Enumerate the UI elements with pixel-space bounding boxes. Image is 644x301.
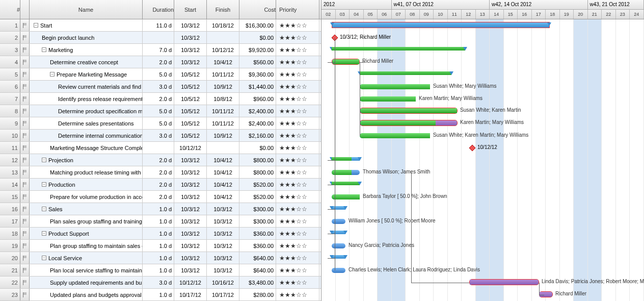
day-header[interactable]: 05 — [364, 10, 378, 19]
task-name-cell[interactable]: −Start — [30, 19, 143, 31]
task-name-cell[interactable]: Updated plans and budgets approval — [30, 289, 143, 300]
start-cell[interactable]: 10/3/12 — [174, 203, 207, 215]
gantt-row[interactable]: 10/12/12 — [321, 142, 644, 154]
col-header-duration[interactable]: Duration — [143, 0, 174, 19]
cost-cell[interactable]: $3,480.00 — [239, 277, 276, 288]
gantt-row[interactable] — [321, 203, 644, 215]
col-header-finish[interactable]: Finish — [207, 0, 239, 19]
table-row[interactable]: 20−Local Service1.0 d10/3/1210/3/12$640.… — [0, 252, 321, 264]
task-name-cell[interactable]: −Sales — [30, 203, 143, 215]
cost-cell[interactable]: $640.00 — [239, 252, 276, 264]
task-bar[interactable]: Karen Martin; Mary Williams — [360, 96, 416, 102]
task-name-cell[interactable]: Identify press release requirements — [30, 93, 143, 105]
duration-cell[interactable]: 5.0 d — [143, 68, 174, 80]
day-header[interactable]: 16 — [518, 10, 532, 19]
day-header[interactable]: 04 — [350, 10, 364, 19]
task-name-cell[interactable]: −Product Support — [30, 228, 143, 239]
gantt-row[interactable]: Charles Lewis; Helen Clark; Laura Rodrig… — [321, 264, 644, 277]
gantt-row[interactable] — [321, 179, 644, 191]
gantt-body[interactable]: 10/3/12; Richard MillerRichard MillerSus… — [321, 19, 644, 301]
priority-cell[interactable]: ★★★☆☆ — [276, 203, 319, 215]
week-header[interactable]: 2012 — [321, 0, 392, 9]
start-cell[interactable]: 10/3/12 — [174, 32, 207, 43]
day-header[interactable]: 24 — [630, 10, 644, 19]
week-header[interactable]: w41, 07 Oct 2012 — [392, 0, 490, 9]
cost-cell[interactable]: $640.00 — [239, 264, 276, 276]
task-name-cell[interactable]: −Prepare Marketing Message — [30, 68, 143, 80]
start-cell[interactable]: 10/5/12 — [174, 130, 207, 141]
row-flag[interactable] — [20, 228, 30, 239]
finish-cell[interactable]: 10/17/12 — [207, 289, 239, 300]
start-cell[interactable]: 10/5/12 — [174, 105, 207, 117]
finish-cell[interactable]: 10/3/12 — [207, 252, 239, 264]
task-bar[interactable]: William Jones [ 50.0 %]; Robert Moore — [332, 219, 345, 224]
day-header[interactable]: 13 — [476, 10, 490, 19]
day-header[interactable]: 14 — [490, 10, 504, 19]
duration-cell[interactable]: 1.0 d — [143, 252, 174, 264]
start-cell[interactable]: 10/3/12 — [174, 19, 207, 31]
outline-toggle[interactable]: − — [34, 23, 38, 28]
finish-cell[interactable]: 10/3/12 — [207, 264, 239, 276]
day-header[interactable]: 18 — [546, 10, 560, 19]
priority-cell[interactable]: ★★★☆☆ — [276, 130, 319, 141]
gantt-row[interactable]: Susan White; Mary Williams — [321, 81, 644, 93]
summary-bar[interactable] — [332, 157, 360, 161]
task-bar[interactable]: Susan White; Karen Martin — [360, 108, 458, 114]
priority-cell[interactable]: ★★★☆☆ — [276, 81, 319, 92]
col-header-priority[interactable]: Priority — [276, 0, 319, 19]
table-row[interactable]: 9Determine sales presentations5.0 d10/5/… — [0, 117, 321, 130]
duration-cell[interactable]: 1.0 d — [143, 264, 174, 276]
task-bar[interactable]: Linda Davis; Patricia Jones; Robert Moor… — [469, 279, 539, 285]
priority-cell[interactable]: ★★★☆☆ — [276, 191, 319, 203]
duration-cell[interactable]: 1.0 d — [143, 240, 174, 252]
finish-cell[interactable]: 10/11/12 — [207, 105, 239, 117]
gantt-row[interactable]: William Jones [ 50.0 %]; Robert Moore — [321, 215, 644, 228]
finish-cell[interactable]: 10/9/12 — [207, 130, 239, 141]
task-name-cell[interactable]: −Projection — [30, 154, 143, 166]
cost-cell[interactable]: $9,920.00 — [239, 44, 276, 56]
start-cell[interactable]: 10/3/12 — [174, 191, 207, 203]
row-flag[interactable] — [20, 81, 30, 92]
row-flag[interactable] — [20, 117, 30, 129]
start-cell[interactable]: 10/5/12 — [174, 93, 207, 105]
duration-cell[interactable]: 2.0 d — [143, 179, 174, 190]
row-flag[interactable] — [20, 179, 30, 190]
cost-cell[interactable]: $300.00 — [239, 203, 276, 215]
task-name-cell[interactable]: Determine sales presentations — [30, 117, 143, 129]
finish-cell[interactable]: 10/3/12 — [207, 215, 239, 227]
row-flag[interactable] — [20, 32, 30, 43]
row-flag[interactable] — [20, 44, 30, 56]
gantt-row[interactable] — [321, 252, 644, 264]
task-name-cell[interactable]: Marketing Message Structure Complete — [30, 142, 143, 154]
table-row[interactable]: 21Plan local service staffing to maintai… — [0, 264, 321, 277]
table-row[interactable]: 2Begin product launch10/3/12$0.00★★★☆☆ — [0, 32, 321, 44]
task-bar[interactable]: Karen Martin; Mary Williams — [360, 120, 458, 126]
task-bar[interactable]: Richard Miller — [332, 59, 360, 65]
task-name-cell[interactable]: Supply updated requirements and budgets … — [30, 277, 143, 288]
duration-cell[interactable]: 2.0 d — [143, 56, 174, 68]
finish-cell[interactable]: 10/16/12 — [207, 277, 239, 288]
day-header[interactable]: 19 — [560, 10, 574, 19]
task-bar[interactable]: Susan White; Mary Williams — [360, 84, 430, 89]
gantt-row[interactable]: Barbara Taylor [ 50.0 %]; John Brown — [321, 191, 644, 203]
table-row[interactable]: 5−Prepare Marketing Message5.0 d10/5/121… — [0, 68, 321, 81]
finish-cell[interactable]: 10/4/12 — [207, 56, 239, 68]
task-bar[interactable]: Charles Lewis; Helen Clark; Laura Rodrig… — [332, 268, 345, 273]
gantt-row[interactable]: Susan White; Karen Martin — [321, 105, 644, 117]
task-name-cell[interactable]: −Local Service — [30, 252, 143, 264]
milestone-icon[interactable] — [469, 145, 475, 151]
day-header[interactable]: 03 — [336, 10, 350, 19]
task-name-cell[interactable]: −Marketing — [30, 44, 143, 56]
priority-cell[interactable]: ★★★☆☆ — [276, 154, 319, 166]
day-header[interactable]: 10 — [434, 10, 448, 19]
cost-cell[interactable]: $2,400.00 — [239, 105, 276, 117]
gantt-row[interactable]: Thomas Wilson; James Smith — [321, 166, 644, 179]
table-row[interactable]: 8Determine product specification materia… — [0, 105, 321, 117]
gantt-row[interactable] — [321, 68, 644, 81]
task-name-cell[interactable]: Plan local service staffing to maintain … — [30, 264, 143, 276]
outline-toggle[interactable]: − — [42, 256, 46, 260]
finish-cell[interactable]: 10/11/12 — [207, 117, 239, 129]
task-name-cell[interactable]: Determine product specification material… — [30, 105, 143, 117]
start-cell[interactable]: 10/3/12 — [174, 264, 207, 276]
table-row[interactable]: 4Determine creative concept2.0 d10/3/121… — [0, 56, 321, 68]
